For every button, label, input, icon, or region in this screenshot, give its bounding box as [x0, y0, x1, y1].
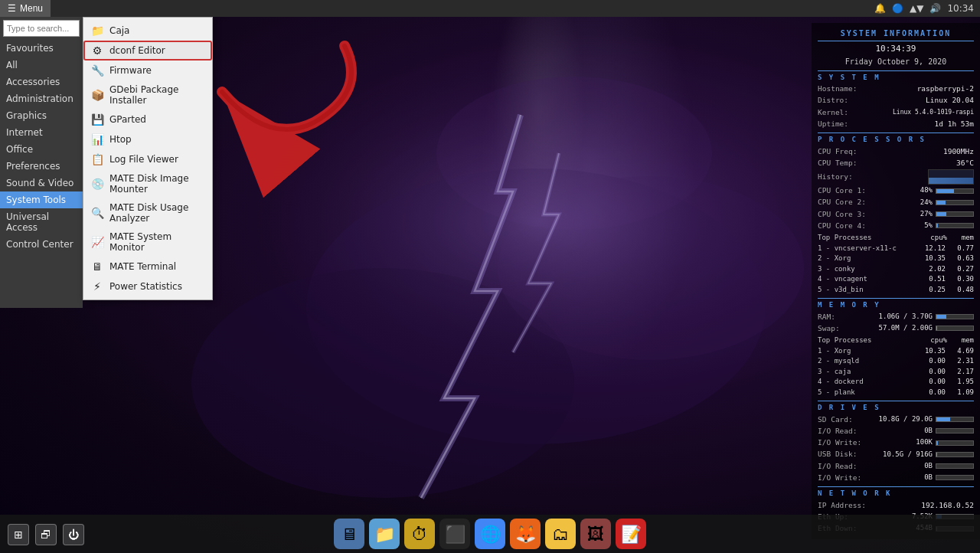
ioread1-label: I/O Read: — [818, 426, 864, 437]
distro-label: Distro: — [818, 95, 864, 106]
disk-usage-label: MATE Disk Usage Analyzer — [109, 202, 204, 224]
menu-item-terminal[interactable]: 🖥 MATE Terminal — [83, 257, 212, 276]
sidebar-item-control-center[interactable]: Control Center — [0, 236, 83, 253]
menu-item-disk-usage[interactable]: 🔍 MATE Disk Usage Analyzer — [83, 198, 212, 227]
iowrite2-bar — [936, 475, 974, 480]
menu-item-gdebi[interactable]: 📦 GDebi Package Installer — [83, 80, 212, 110]
proc2-name: 2 - Xorg — [818, 254, 917, 264]
top-mem-proc-1: 1 - Xorg 10.35 4.69 — [818, 346, 974, 357]
ioread1-bar — [936, 428, 974, 434]
sdcard-bar-container: 10.8G / 29.0G — [879, 414, 974, 425]
iowrite1-label: I/O Write: — [818, 437, 864, 448]
distro-value: Linux 20.04 — [926, 95, 974, 106]
menu-item-gparted[interactable]: 💾 GParted — [83, 110, 212, 129]
dock-terminal[interactable]: ⬛ — [439, 519, 470, 549]
menu-item-dconf-editor[interactable]: ⚙ dconf Editor — [83, 41, 212, 61]
volume-icon[interactable]: 🔊 — [929, 3, 941, 14]
bottom-left-buttons: ⊞ 🗗 ⏻ — [8, 524, 84, 545]
swap-bar — [936, 326, 974, 331]
dock-clock[interactable]: ⏱ — [404, 519, 435, 549]
gdebi-label: GDebi Package Installer — [109, 84, 204, 106]
minimize-button[interactable]: 🗗 — [35, 524, 57, 545]
terminal-icon: 🖥 — [91, 260, 103, 273]
uptime-label: Uptime: — [818, 119, 864, 129]
dock-firefox[interactable]: 🦊 — [510, 519, 541, 549]
dock-image[interactable]: 🖼 — [580, 519, 611, 549]
bluetooth-icon[interactable]: 🔵 — [892, 3, 903, 14]
sidebar-item-administration[interactable]: Administration — [0, 90, 83, 107]
sidebar-item-all[interactable]: All — [0, 57, 83, 74]
dock-folder[interactable]: 🗂 — [545, 519, 576, 549]
ip-label: IP Address: — [818, 500, 866, 511]
core3-bar-container: 27% — [913, 209, 974, 220]
sidebar-item-graphics[interactable]: Graphics — [0, 107, 83, 124]
dock-files[interactable]: 📁 — [369, 519, 400, 549]
proc4-mem: 0.30 — [947, 274, 974, 285]
all-label: All — [6, 60, 18, 70]
menu-item-log-viewer[interactable]: 📋 Log File Viewer — [83, 149, 212, 169]
sidebar-item-accessories[interactable]: Accessories — [0, 74, 83, 90]
core1-percent: 48% — [913, 185, 933, 196]
sidebar-item-universal-access[interactable]: Universal Access — [0, 208, 83, 236]
sidebar-item-system-tools[interactable]: System Tools — [0, 191, 83, 208]
ram-value: 1.06G / 3.70G — [879, 312, 933, 322]
disk-mounter-icon: 💿 — [91, 178, 103, 190]
caja-icon: 📁 — [91, 25, 103, 37]
dock-system-monitor[interactable]: 🖥 — [334, 519, 364, 549]
proc3-cpu: 2.02 — [919, 264, 946, 275]
proc5-mem: 0.48 — [947, 285, 974, 296]
sysinfo-time: 10:34:39 — [818, 43, 974, 56]
core3-label: CPU Core 3: — [818, 209, 866, 220]
dock-editor[interactable]: 📝 — [616, 519, 646, 549]
sidebar-item-favourites[interactable]: Favourites — [0, 40, 83, 57]
dock-browser[interactable]: 🌐 — [475, 519, 505, 549]
sidebar-item-preferences[interactable]: Preferences — [0, 158, 83, 175]
menu-button[interactable]: ☰ Menu — [0, 0, 51, 17]
power-button[interactable]: ⏻ — [63, 524, 84, 545]
proc3-name: 3 - conky — [818, 264, 917, 275]
dconf-icon: ⚙ — [91, 44, 103, 57]
mproc1-mem: 4.69 — [947, 346, 974, 357]
sysinfo-memory-section: M E M O R Y — [818, 298, 974, 311]
tile-button[interactable]: ⊞ — [8, 524, 29, 545]
notification-icon[interactable]: 🔔 — [874, 3, 886, 14]
mproc5-cpu: 0.00 — [919, 388, 946, 398]
kernel-label: Kernel: — [818, 107, 864, 118]
mproc3-mem: 2.17 — [947, 367, 974, 378]
sysinfo-hostname-row: Hostname: raspberrypi-2 — [818, 83, 974, 94]
sidebar-item-sound-video[interactable]: Sound & Video — [0, 175, 83, 191]
core1-bar — [936, 188, 974, 194]
menu-item-system-monitor[interactable]: 📈 MATE System Monitor — [83, 227, 212, 257]
sdcard-label: SD Card: — [818, 414, 864, 425]
clock: 10:34 — [947, 3, 974, 14]
menu-item-firmware[interactable]: 🔧 Firmware — [83, 61, 212, 80]
proc1-name: 1 - vncserver-x11-c — [818, 244, 917, 254]
control-center-label: Control Center — [6, 239, 74, 250]
network-icon[interactable]: ▲▼ — [910, 3, 923, 14]
iowrite2-label: I/O Write: — [818, 473, 864, 483]
sidebar-item-internet[interactable]: Internet — [0, 124, 83, 141]
menu-item-caja[interactable]: 📁 Caja — [83, 21, 212, 41]
mem-cpu-col: cpu% — [920, 335, 947, 346]
gdebi-icon: 📦 — [91, 89, 103, 101]
mproc3-name: 3 - caja — [818, 367, 917, 378]
accessories-label: Accessories — [6, 77, 60, 87]
ioread2-container: 0B — [924, 461, 974, 472]
search-input[interactable] — [3, 20, 80, 37]
top-cpu-header: Top Processes cpu% mem — [818, 233, 974, 244]
menu-item-power-stats[interactable]: ⚡ Power Statistics — [83, 276, 212, 296]
sidebar-item-office[interactable]: Office — [0, 141, 83, 158]
proc4-cpu: 0.51 — [919, 274, 946, 285]
universal-access-label: Universal Access — [6, 211, 77, 233]
core4-bar — [936, 223, 974, 228]
top-cpu-proc-3: 3 - conky 2.02 0.27 — [818, 264, 974, 275]
htop-icon: 📊 — [91, 133, 103, 146]
administration-label: Administration — [6, 93, 74, 104]
menu-item-disk-mounter[interactable]: 💿 MATE Disk Image Mounter — [83, 169, 212, 198]
search-box — [0, 17, 83, 40]
menu-item-htop[interactable]: 📊 Htop — [83, 129, 212, 149]
sidebar: Favourites All Accessories Administratio… — [0, 17, 83, 308]
core2-label: CPU Core 2: — [818, 197, 866, 208]
sysinfo-sdcard-row: SD Card: 10.8G / 29.0G — [818, 414, 974, 425]
iowrite1-bar — [936, 440, 974, 446]
